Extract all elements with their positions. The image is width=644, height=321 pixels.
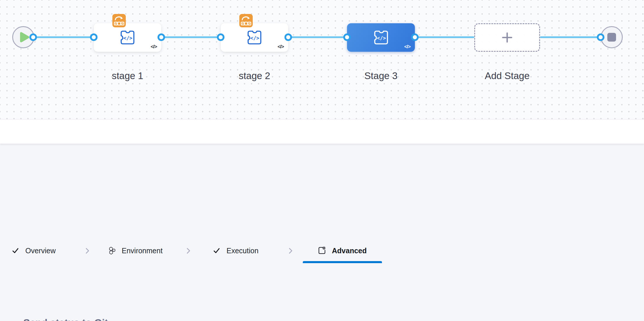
check-icon bbox=[213, 247, 220, 254]
rolling-deployment-badge-icon bbox=[112, 14, 126, 27]
active-tab-underline bbox=[303, 261, 382, 263]
custom-stage-puzzle-icon: </> bbox=[119, 29, 136, 46]
link-port[interactable] bbox=[29, 33, 37, 41]
connector-line bbox=[161, 36, 221, 38]
environment-hexagons-icon bbox=[108, 246, 116, 255]
stop-icon bbox=[607, 33, 616, 42]
rolling-deployment-badge-icon bbox=[239, 14, 253, 27]
custom-stage-puzzle-icon: </> bbox=[373, 29, 390, 46]
stage-3-label: Stage 3 bbox=[347, 70, 415, 81]
tab-advanced-active[interactable]: Advanced bbox=[332, 247, 367, 255]
stage-1-label: stage 1 bbox=[94, 70, 161, 81]
link-port[interactable] bbox=[158, 33, 165, 41]
add-stage-button[interactable] bbox=[474, 23, 540, 52]
chevron-right-icon bbox=[185, 247, 192, 254]
stage-2-label: stage 2 bbox=[221, 70, 288, 81]
connector-line bbox=[33, 36, 94, 38]
advanced-settings-icon bbox=[317, 246, 326, 255]
tab-execution[interactable]: Execution bbox=[227, 247, 259, 255]
script-tag-label: </> bbox=[404, 44, 411, 50]
svg-text:</>: </> bbox=[123, 35, 132, 41]
link-port[interactable] bbox=[90, 33, 98, 41]
connector-line bbox=[415, 36, 474, 38]
custom-stage-puzzle-icon: </> bbox=[246, 29, 263, 46]
tab-overview[interactable]: Overview bbox=[25, 247, 56, 255]
plus-icon bbox=[501, 31, 514, 44]
tab-environment[interactable]: Environment bbox=[122, 247, 162, 255]
stage-node-2[interactable]: </> </> bbox=[221, 23, 288, 52]
pipeline-canvas[interactable]: </> </> </> </> </> </> bbox=[0, 0, 644, 119]
link-port[interactable] bbox=[284, 33, 292, 41]
link-port[interactable] bbox=[597, 33, 604, 41]
link-port[interactable] bbox=[343, 33, 351, 41]
stage-node-3-selected[interactable]: </> </> bbox=[347, 23, 415, 52]
add-stage-label: Add Stage bbox=[474, 70, 540, 81]
pipeline-stage-editor: </> </> </> </> </> </> bbox=[0, 0, 644, 321]
link-port[interactable] bbox=[411, 33, 419, 41]
stage-tabs: Overview Environment Execution bbox=[0, 119, 644, 144]
section-title: Send status to Git bbox=[23, 317, 108, 321]
advanced-tab-panel: Send status to Git For pipelines trigger… bbox=[0, 144, 644, 321]
connector-line bbox=[288, 36, 347, 38]
stage-node-1[interactable]: </> </> bbox=[94, 23, 161, 52]
chevron-right-icon bbox=[84, 247, 91, 254]
connector-line bbox=[540, 36, 601, 38]
chevron-right-icon bbox=[287, 247, 294, 254]
link-port[interactable] bbox=[217, 33, 224, 41]
svg-text:</>: </> bbox=[250, 35, 259, 41]
script-tag-label: </> bbox=[277, 44, 284, 50]
check-icon bbox=[12, 247, 19, 254]
svg-text:</>: </> bbox=[377, 35, 386, 41]
script-tag-label: </> bbox=[151, 44, 157, 50]
